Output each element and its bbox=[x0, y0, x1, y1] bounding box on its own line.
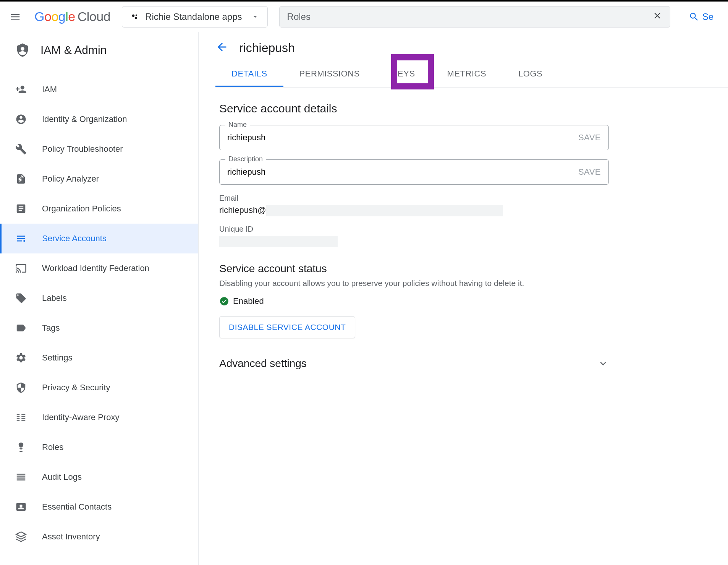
description-save-button[interactable]: SAVE bbox=[578, 167, 601, 177]
tab-details[interactable]: DETAILS bbox=[215, 62, 283, 87]
status-row: Enabled bbox=[219, 296, 609, 306]
disable-service-account-button[interactable]: DISABLE SERVICE ACCOUNT bbox=[219, 316, 355, 338]
sidebar-item-policy-analyzer[interactable]: Policy Analyzer bbox=[0, 164, 198, 194]
tab-keys[interactable]: KEYS bbox=[376, 62, 431, 87]
status-value: Enabled bbox=[233, 296, 264, 306]
sidebar-item-tags[interactable]: Tags bbox=[0, 313, 198, 343]
sidebar-item-settings[interactable]: Settings bbox=[0, 343, 198, 373]
top-header: Google Cloud Richie Standalone apps Role… bbox=[0, 2, 728, 32]
main-content: richiepush DETAILS PERMISSIONS KEYS METR… bbox=[199, 32, 728, 565]
caret-down-icon bbox=[251, 13, 259, 21]
sidebar-item-iam[interactable]: IAM bbox=[0, 75, 198, 104]
sidebar-item-privacy-security[interactable]: Privacy & Security bbox=[0, 373, 198, 403]
name-field-label: Name bbox=[225, 121, 250, 129]
status-heading: Service account status bbox=[219, 263, 609, 275]
email-redacted bbox=[266, 205, 503, 216]
svg-point-3 bbox=[220, 297, 228, 305]
svg-point-0 bbox=[132, 14, 134, 16]
sidebar-item-roles[interactable]: Roles bbox=[0, 432, 198, 462]
tab-metrics[interactable]: METRICS bbox=[431, 62, 503, 87]
page-title: richiepush bbox=[239, 41, 295, 55]
sidebar-item-iap[interactable]: Identity-Aware Proxy bbox=[0, 403, 198, 432]
description-input[interactable] bbox=[227, 167, 578, 177]
sidebar: IAM & Admin IAM Identity & Organization … bbox=[0, 32, 199, 565]
tab-logs[interactable]: LOGS bbox=[502, 62, 558, 87]
search-value: Roles bbox=[287, 11, 647, 22]
clear-search-icon[interactable] bbox=[652, 11, 662, 23]
sidebar-title: IAM & Admin bbox=[0, 43, 198, 69]
name-input[interactable] bbox=[227, 133, 578, 143]
details-heading: Service account details bbox=[219, 102, 609, 115]
search-button[interactable]: Se bbox=[682, 11, 720, 22]
description-field-label: Description bbox=[225, 155, 266, 163]
back-arrow-icon[interactable] bbox=[215, 41, 228, 55]
svg-point-1 bbox=[136, 14, 137, 16]
sidebar-item-org-policies[interactable]: Organization Policies bbox=[0, 194, 198, 224]
search-action-label: Se bbox=[702, 11, 713, 22]
hamburger-menu-icon[interactable] bbox=[8, 9, 23, 24]
advanced-settings-row[interactable]: Advanced settings bbox=[219, 357, 609, 370]
sidebar-item-service-accounts[interactable]: Service Accounts bbox=[0, 224, 198, 253]
status-description: Disabling your account allows you to pre… bbox=[219, 279, 609, 288]
logo-suffix: Cloud bbox=[78, 9, 110, 24]
iam-admin-icon bbox=[15, 43, 30, 57]
search-icon bbox=[689, 11, 699, 22]
svg-point-2 bbox=[135, 17, 137, 19]
search-box[interactable]: Roles bbox=[279, 6, 670, 28]
sidebar-item-essential-contacts[interactable]: Essential Contacts bbox=[0, 492, 198, 522]
sidebar-item-asset-inventory[interactable]: Asset Inventory bbox=[0, 522, 198, 552]
advanced-settings-heading: Advanced settings bbox=[219, 357, 307, 370]
uniqueid-redacted bbox=[219, 236, 338, 247]
uniqueid-label: Unique ID bbox=[219, 225, 609, 234]
sidebar-item-workload-identity[interactable]: Workload Identity Federation bbox=[0, 253, 198, 283]
project-selector[interactable]: Richie Standalone apps bbox=[122, 6, 268, 28]
project-icon bbox=[131, 12, 140, 21]
chevron-down-icon bbox=[597, 358, 609, 369]
email-value: richiepush@ bbox=[219, 205, 609, 216]
sidebar-item-labels[interactable]: Labels bbox=[0, 283, 198, 313]
tab-permissions[interactable]: PERMISSIONS bbox=[283, 62, 376, 87]
sidebar-item-policy-troubleshooter[interactable]: Policy Troubleshooter bbox=[0, 134, 198, 164]
project-name: Richie Standalone apps bbox=[145, 11, 242, 22]
google-cloud-logo[interactable]: Google Cloud bbox=[34, 9, 110, 24]
sidebar-item-audit-logs[interactable]: Audit Logs bbox=[0, 462, 198, 492]
name-save-button[interactable]: SAVE bbox=[578, 133, 601, 143]
name-field-group: Name SAVE bbox=[219, 125, 609, 150]
uniqueid-value bbox=[219, 236, 609, 247]
tabs: DETAILS PERMISSIONS KEYS METRICS LOGS bbox=[215, 62, 728, 88]
check-circle-icon bbox=[219, 296, 229, 306]
sidebar-item-identity-org[interactable]: Identity & Organization bbox=[0, 104, 198, 134]
description-field-group: Description SAVE bbox=[219, 159, 609, 185]
email-label: Email bbox=[219, 194, 609, 203]
